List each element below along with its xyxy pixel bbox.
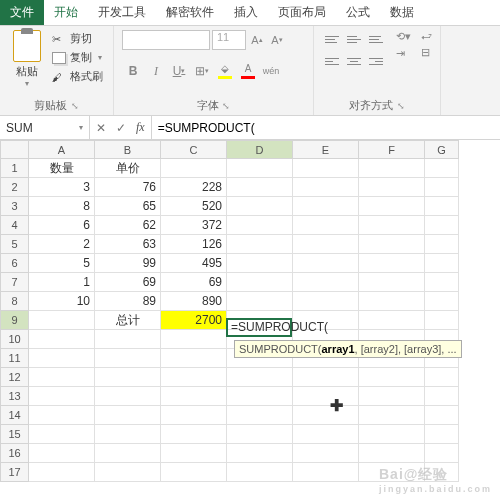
cell[interactable] [227, 197, 293, 216]
cell[interactable] [95, 349, 161, 368]
cell[interactable] [425, 197, 459, 216]
cell[interactable] [227, 387, 293, 406]
cell[interactable] [293, 254, 359, 273]
cell[interactable]: 76 [95, 178, 161, 197]
worksheet-grid[interactable]: A B C D E F G 1数量单价 2376228 3865520 4662… [0, 140, 500, 500]
cell[interactable] [425, 159, 459, 178]
row-header[interactable]: 13 [1, 387, 29, 406]
tab-file[interactable]: 文件 [0, 0, 44, 25]
cell[interactable] [227, 444, 293, 463]
cell[interactable] [227, 406, 293, 425]
dialog-launcher-icon[interactable]: ⤡ [222, 101, 230, 111]
row-header[interactable]: 4 [1, 216, 29, 235]
cell[interactable]: 2700 [161, 311, 227, 330]
cell[interactable] [293, 178, 359, 197]
cell[interactable]: 69 [161, 273, 227, 292]
cell[interactable] [359, 178, 425, 197]
cell[interactable] [227, 178, 293, 197]
cell[interactable] [227, 425, 293, 444]
column-header[interactable]: F [359, 141, 425, 159]
cell[interactable]: 372 [161, 216, 227, 235]
cell[interactable] [293, 159, 359, 178]
cell[interactable]: 6 [29, 216, 95, 235]
cell[interactable]: 69 [95, 273, 161, 292]
phonetic-button[interactable]: wén [260, 60, 282, 82]
cell[interactable] [425, 311, 459, 330]
tab-developer[interactable]: 开发工具 [88, 0, 156, 25]
cell[interactable]: 65 [95, 197, 161, 216]
cell[interactable]: 890 [161, 292, 227, 311]
row-header[interactable]: 5 [1, 235, 29, 254]
cell[interactable] [425, 178, 459, 197]
cell[interactable] [359, 292, 425, 311]
font-name-select[interactable] [122, 30, 210, 50]
cell[interactable] [293, 197, 359, 216]
cell[interactable]: 2 [29, 235, 95, 254]
cut-button[interactable]: 剪切 [50, 30, 105, 47]
row-header[interactable]: 8 [1, 292, 29, 311]
chevron-down-icon[interactable]: ▾ [79, 123, 83, 132]
cancel-formula-button[interactable]: ✕ [96, 121, 106, 135]
paste-button[interactable]: 粘贴 ▾ [8, 30, 46, 88]
row-header[interactable]: 2 [1, 178, 29, 197]
indent-button[interactable]: ⇥ [396, 47, 411, 60]
cell[interactable] [425, 273, 459, 292]
accept-formula-button[interactable]: ✓ [116, 121, 126, 135]
cell[interactable]: 495 [161, 254, 227, 273]
font-size-select[interactable]: 11 [212, 30, 246, 50]
column-header[interactable]: B [95, 141, 161, 159]
cell[interactable] [161, 463, 227, 482]
cell[interactable] [425, 254, 459, 273]
cell[interactable] [359, 425, 425, 444]
cell[interactable]: 单价 [95, 159, 161, 178]
cell[interactable]: 3 [29, 178, 95, 197]
row-header[interactable]: 10 [1, 330, 29, 349]
cell[interactable] [227, 273, 293, 292]
cell[interactable] [227, 159, 293, 178]
font-color-button[interactable]: A [237, 60, 259, 82]
cell[interactable] [293, 292, 359, 311]
tab-decrypt[interactable]: 解密软件 [156, 0, 224, 25]
name-box[interactable]: SUM▾ [0, 116, 90, 139]
cell[interactable]: 99 [95, 254, 161, 273]
row-header[interactable]: 3 [1, 197, 29, 216]
cell[interactable]: 总计 [95, 311, 161, 330]
cell[interactable] [359, 273, 425, 292]
cell[interactable] [29, 463, 95, 482]
column-header[interactable]: D [227, 141, 293, 159]
cell[interactable] [293, 444, 359, 463]
cell[interactable] [359, 311, 425, 330]
italic-button[interactable]: I [145, 60, 167, 82]
cell[interactable] [29, 349, 95, 368]
cell[interactable]: 10 [29, 292, 95, 311]
select-all-corner[interactable] [1, 141, 29, 159]
cell[interactable] [161, 368, 227, 387]
cell[interactable]: 520 [161, 197, 227, 216]
cell[interactable] [29, 311, 95, 330]
cell[interactable] [293, 273, 359, 292]
wrap-text-button[interactable]: ⮐ [421, 30, 432, 42]
insert-function-button[interactable]: fx [136, 120, 145, 135]
cell[interactable] [95, 463, 161, 482]
cell[interactable]: 126 [161, 235, 227, 254]
cell[interactable] [95, 425, 161, 444]
cell[interactable] [293, 235, 359, 254]
border-button[interactable]: ⊞▾ [191, 60, 213, 82]
cell[interactable] [425, 387, 459, 406]
increase-font-button[interactable]: A▴ [248, 30, 266, 50]
cell[interactable] [227, 235, 293, 254]
cell[interactable] [425, 292, 459, 311]
tab-data[interactable]: 数据 [380, 0, 424, 25]
cell[interactable]: 1 [29, 273, 95, 292]
row-header[interactable]: 11 [1, 349, 29, 368]
cell[interactable] [425, 425, 459, 444]
row-header[interactable]: 7 [1, 273, 29, 292]
row-header[interactable]: 1 [1, 159, 29, 178]
cell[interactable]: 5 [29, 254, 95, 273]
cell-edit-overlay[interactable]: =SUMPRODUCT( [229, 320, 330, 334]
cell[interactable] [227, 254, 293, 273]
tab-page-layout[interactable]: 页面布局 [268, 0, 336, 25]
cell[interactable] [227, 292, 293, 311]
cell[interactable] [293, 406, 359, 425]
column-header[interactable]: A [29, 141, 95, 159]
